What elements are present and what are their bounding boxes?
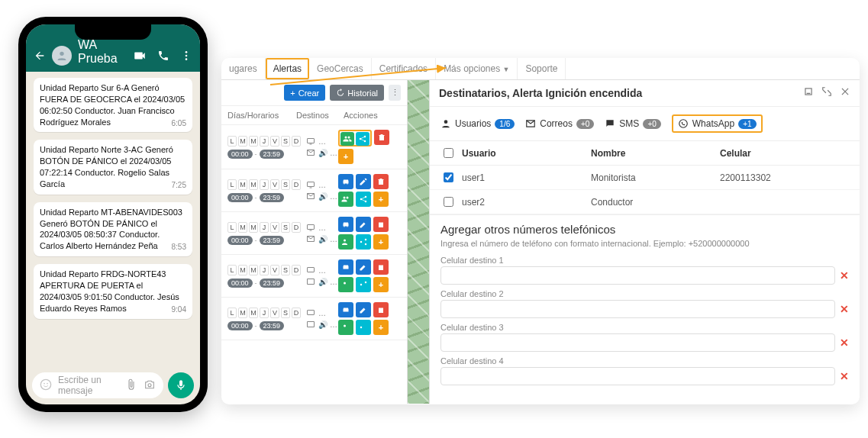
tab-geocercas[interactable]: GeoCercas [309, 58, 372, 79]
vehicle-icon[interactable] [338, 174, 353, 189]
svg-point-21 [360, 241, 363, 243]
share-icon[interactable] [356, 192, 371, 207]
share-icon[interactable] [356, 277, 371, 292]
delete-icon[interactable] [373, 174, 389, 189]
camera-icon[interactable] [144, 378, 156, 393]
svg-point-30 [360, 327, 363, 329]
close-icon[interactable] [840, 86, 850, 100]
phone-input-3[interactable] [440, 333, 835, 352]
delete-icon[interactable] [374, 130, 389, 145]
days-selector[interactable]: LMMJVSD [227, 136, 301, 147]
user-row: user2 Conductor [430, 190, 860, 214]
svg-rect-24 [308, 268, 315, 272]
add-icon[interactable]: + [373, 234, 389, 250]
tab-mas-opciones[interactable]: Más opciones ▼ [436, 58, 518, 79]
mic-button[interactable] [168, 372, 194, 398]
more-actions-button[interactable]: ⋮ [389, 85, 401, 101]
phone-input-2[interactable] [440, 300, 835, 318]
create-button[interactable]: + Crear [284, 85, 325, 101]
message-bubble: Unidad Reparto Sur 6-A Generó FUERA DE G… [34, 78, 192, 132]
add-icon[interactable]: + [373, 192, 389, 207]
alerts-panel: ugares Alertas GeoCercas Certificados Má… [221, 58, 860, 404]
recipients-icon[interactable] [338, 277, 353, 292]
svg-point-10 [360, 138, 362, 140]
message-input[interactable]: Escribe un mensaje [32, 372, 163, 398]
add-icon[interactable]: + [338, 149, 353, 164]
col-usuario: Usuario [462, 148, 591, 159]
col-dias: Días/Horarios [227, 111, 293, 120]
select-all-checkbox[interactable] [444, 148, 453, 158]
phone-label-4: Celular destino 4 [440, 356, 849, 366]
message-time: 6:05 [172, 118, 186, 129]
vehicle-icon[interactable] [338, 259, 353, 275]
messages-list: Unidad Reparto Sur 6-A Generó FUERA DE G… [26, 72, 200, 366]
svg-rect-18 [308, 225, 315, 230]
svg-point-26 [360, 284, 363, 286]
vehicle-icon[interactable] [338, 302, 353, 317]
expand-icon[interactable] [821, 86, 832, 100]
tab-whatsapp[interactable]: WhatsApp +1 [672, 114, 763, 133]
svg-point-12 [364, 140, 366, 143]
svg-point-20 [344, 240, 346, 242]
remove-phone-icon[interactable]: ✕ [840, 370, 849, 382]
time-to[interactable]: 23:59 [260, 150, 285, 159]
tab-sms[interactable]: SMS +0 [605, 118, 660, 129]
delete-icon[interactable] [373, 302, 389, 317]
remove-phone-icon[interactable]: ✕ [840, 303, 849, 315]
tab-certificados[interactable]: Certificados [372, 58, 436, 79]
col-celular: Celular [720, 148, 849, 159]
recipients-icon[interactable] [340, 132, 354, 146]
history-button[interactable]: Historial [330, 85, 384, 101]
remove-phone-icon[interactable]: ✕ [840, 269, 849, 282]
recipients-icon[interactable] [338, 192, 353, 207]
phone-input-4[interactable] [440, 367, 835, 385]
add-icon[interactable]: + [373, 320, 389, 335]
tab-alertas[interactable]: Alertas [266, 58, 309, 79]
svg-rect-9 [310, 144, 312, 145]
contact-name[interactable]: WA Prueba [78, 38, 127, 66]
phone-notch [75, 24, 151, 40]
video-call-icon[interactable] [133, 49, 147, 66]
edit-icon[interactable] [356, 302, 371, 317]
add-icon[interactable]: + [373, 277, 389, 292]
attach-icon[interactable] [125, 378, 137, 393]
delete-icon[interactable] [373, 217, 389, 232]
phone-input-1[interactable] [440, 266, 835, 285]
emoji-icon[interactable] [40, 378, 52, 393]
add-phones-title: Agregar otros números telefónicos [440, 223, 849, 236]
recipients-panel: Destinatarios, Alerta Ignición encendida… [429, 80, 860, 404]
avatar[interactable] [52, 46, 72, 66]
minimize-icon[interactable] [803, 86, 814, 100]
remove-phone-icon[interactable]: ✕ [840, 337, 849, 349]
back-icon[interactable] [34, 50, 46, 66]
edit-icon[interactable] [356, 259, 371, 275]
edit-icon[interactable] [356, 217, 371, 232]
tab-soporte[interactable]: Soporte [518, 58, 566, 79]
message-time: 7:25 [172, 180, 186, 191]
time-from[interactable]: 00:00 [227, 150, 253, 159]
share-icon[interactable] [356, 234, 371, 250]
tab-lugares[interactable]: ugares [221, 58, 266, 79]
user-checkbox[interactable] [444, 172, 453, 182]
voice-call-icon[interactable] [157, 50, 169, 65]
recipients-icon[interactable] [338, 320, 353, 335]
delete-icon[interactable] [373, 259, 389, 275]
svg-rect-19 [310, 230, 312, 231]
share-icon[interactable] [356, 132, 369, 146]
vehicle-icon[interactable] [338, 217, 353, 232]
alert-row: LMMJVSD 00:00-23:59 … 🔊… + [221, 212, 407, 255]
phone-frame: WA Prueba Unidad Reparto Sur 6-A Generó … [18, 17, 208, 412]
tab-usuarios[interactable]: Usuarios 1/6 [440, 118, 515, 129]
share-icon[interactable] [356, 320, 371, 335]
input-bar: Escribe un mensaje [26, 366, 200, 404]
svg-rect-28 [308, 311, 315, 315]
tab-correos[interactable]: Correos +0 [525, 118, 594, 129]
phone-label-3: Celular destino 3 [440, 323, 849, 332]
phone-label-2: Celular destino 2 [440, 289, 849, 298]
edit-icon[interactable] [356, 174, 371, 189]
user-checkbox[interactable] [444, 197, 453, 207]
more-icon[interactable] [180, 50, 192, 65]
svg-point-11 [364, 136, 366, 138]
svg-point-3 [186, 58, 188, 60]
recipients-icon[interactable] [338, 234, 353, 250]
